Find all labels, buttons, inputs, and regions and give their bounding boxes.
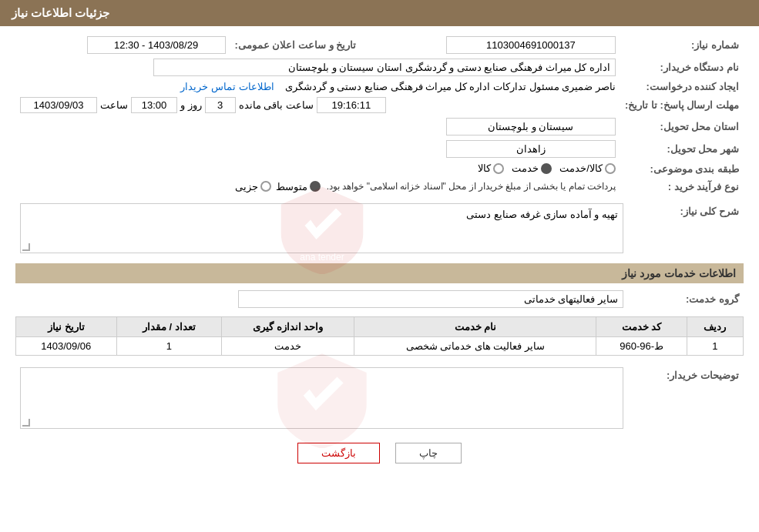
nam-dastgah-value: اداره کل میراث فرهنگی صنایع دستی و گردشگ… xyxy=(15,56,620,79)
tabaghebandi-kala-khedmat-label: کالا/خدمت xyxy=(559,162,603,174)
ijad-konande-label: ایجاد کننده درخواست: xyxy=(620,79,744,95)
mohlat-datetime-row: 19:16:11 ساعت باقی مانده 3 روز و 13:00 س… xyxy=(20,97,616,113)
services-table: ردیف کد خدمت نام خدمت واحد اندازه گیری ت… xyxy=(15,316,744,356)
tabaghebandi-kala-khedmat-item[interactable]: کالا/خدمت xyxy=(559,162,616,174)
tarikh-value: 1403/08/29 - 12:30 xyxy=(15,34,230,56)
ostan-label: استان محل تحویل: xyxy=(620,115,744,138)
cell-unit: خدمت xyxy=(222,336,354,355)
tozihat-watermark-icon xyxy=(245,348,399,448)
tabaghebandi-label: طبقه بندی موضوعی: xyxy=(620,160,744,179)
noe-farayand-motavasset-radio[interactable] xyxy=(310,181,321,192)
cell-radif: 1 xyxy=(687,336,743,355)
ijad-konande-row: ایجاد کننده درخواست: ناصر ضمیری مسئول تد… xyxy=(15,79,744,95)
mohlat-label: مهلت ارسال پاسخ: تا تاریخ: xyxy=(620,95,744,115)
ijad-konande-link[interactable]: اطلاعات تماس خریدار xyxy=(180,81,274,92)
ostan-box: سیستان و بلوچستان xyxy=(446,118,616,136)
shomara-niaz-box: 1103004691000137 xyxy=(446,36,616,54)
ijad-konande-value: ناصر ضمیری مسئول تدارکات اداره کل میراث … xyxy=(15,79,620,95)
svg-text:ana tender: ana tender xyxy=(300,252,344,263)
mohlat-baqi-label: ساعت باقی مانده xyxy=(239,99,314,111)
tabaghebandi-value: کالا/خدمت خدمت کالا xyxy=(15,160,620,179)
noe-farayand-value: متوسط جزیی پرداخت تمام یا بخشی از مبلغ خ… xyxy=(15,179,620,195)
mohlat-date-box: 1403/09/03 xyxy=(20,97,97,113)
ostan-row: استان محل تحویل: سیستان و بلوچستان xyxy=(15,115,744,138)
page-wrapper: جزئیات اطلاعات نیاز شماره نیاز: 11030046… xyxy=(0,0,759,532)
noe-farayand-motavasset-label: متوسط xyxy=(276,181,307,192)
tabaghebandi-kala-radio[interactable] xyxy=(493,163,504,174)
table-row: 1ط-96-960سایر فعالیت های خدماتی شخصیخدمت… xyxy=(16,336,744,355)
tarikh-label: تاریخ و ساعت اعلان عمومی: xyxy=(230,34,361,56)
grooh-label: گروه خدمت: xyxy=(628,288,744,310)
shahr-box: زاهدان xyxy=(446,140,616,158)
col-name: نام خدمت xyxy=(354,316,596,336)
mohlat-roz-label: روز و xyxy=(180,99,202,111)
tabaghebandi-row: طبقه بندی موضوعی: کالا/خدمت خدمت xyxy=(15,160,744,179)
services-table-body: 1ط-96-960سایر فعالیت های خدماتی شخصیخدمت… xyxy=(16,336,744,355)
back-button[interactable]: بازگشت xyxy=(297,443,380,463)
ijad-konande-text: ناصر ضمیری مسئول تدارکات اداره کل میراث … xyxy=(285,81,616,92)
tabaghebandi-kala-khedmat-radio[interactable] xyxy=(605,163,616,174)
tozihat-resize-handle[interactable] xyxy=(22,419,30,427)
services-header-row: ردیف کد خدمت نام خدمت واحد اندازه گیری ت… xyxy=(16,316,744,336)
tabaghebandi-kala-item[interactable]: کالا xyxy=(478,162,504,174)
sharh-row: شرح کلی نیاز: ana tender تهیه و آماده سا… xyxy=(15,201,744,256)
noe-farayand-jozei-label: جزیی xyxy=(235,181,258,192)
sharh-resize-handle[interactable] xyxy=(22,243,30,251)
noe-farayand-jozei-radio[interactable] xyxy=(260,181,271,192)
mohlat-saat-box: 13:00 xyxy=(131,97,177,113)
ostan-value: سیستان و بلوچستان xyxy=(15,115,620,138)
shahr-value: زاهدان xyxy=(15,138,620,160)
col-date: تاریخ نیاز xyxy=(16,316,117,336)
mohlat-roz-box: 3 xyxy=(205,97,236,113)
main-content: شماره نیاز: 1103004691000137 تاریخ و ساع… xyxy=(0,26,759,483)
grooh-table: گروه خدمت: سایر فعالیتهای خدماتی xyxy=(15,288,744,310)
page-header: جزئیات اطلاعات نیاز xyxy=(0,0,759,26)
col-radif: ردیف xyxy=(687,316,743,336)
tabaghebandi-radio-group: کالا/خدمت خدمت کالا xyxy=(478,162,616,174)
noe-farayand-motavasset-item[interactable]: متوسط xyxy=(276,181,321,192)
sharh-box: ana tender تهیه و آماده سازی غرفه صنایع … xyxy=(20,203,623,253)
cell-name: سایر فعالیت های خدماتی شخصی xyxy=(354,336,596,355)
khadamat-section-title: اطلاعات خدمات مورد نیاز xyxy=(15,263,744,283)
tabaghebandi-khedmat-radio[interactable] xyxy=(541,163,552,174)
shomara-niaz-row: شماره نیاز: 1103004691000137 تاریخ و ساع… xyxy=(15,34,744,56)
services-table-head: ردیف کد خدمت نام خدمت واحد اندازه گیری ت… xyxy=(16,316,744,336)
tarikh-box: 1403/08/29 - 12:30 xyxy=(87,36,226,54)
page-title: جزئیات اطلاعات نیاز xyxy=(12,6,109,19)
grooh-box: سایر فعالیتهای خدماتی xyxy=(238,290,623,308)
tabaghebandi-kala-label: کالا xyxy=(478,162,491,174)
noe-farayand-container: متوسط جزیی پرداخت تمام یا بخشی از مبلغ خ… xyxy=(20,181,616,192)
info-table: شماره نیاز: 1103004691000137 تاریخ و ساع… xyxy=(15,34,744,195)
grooh-value-cell: سایر فعالیتهای خدماتی xyxy=(15,288,628,310)
sharh-label: شرح کلی نیاز: xyxy=(628,201,744,256)
cell-code: ط-96-960 xyxy=(596,336,687,355)
tozihat-table: توضیحات خریدار: xyxy=(15,365,744,431)
noe-farayand-label: نوع فرآیند خرید : xyxy=(620,179,744,195)
tozihat-box xyxy=(20,367,623,429)
noe-farayand-desc: پرداخت تمام یا بخشی از مبلغ خریدار از مح… xyxy=(327,181,616,192)
noe-farayand-jozei-item[interactable]: جزیی xyxy=(235,181,271,192)
noe-farayand-row: نوع فرآیند خرید : متوسط جزیی xyxy=(15,179,744,195)
cell-count: 1 xyxy=(116,336,222,355)
col-unit: واحد اندازه گیری xyxy=(222,316,354,336)
col-count: تعداد / مقدار xyxy=(116,316,222,336)
mohlat-value: 19:16:11 ساعت باقی مانده 3 روز و 13:00 س… xyxy=(15,95,620,115)
sharh-text: تهیه و آماده سازی غرفه صنایع دستی xyxy=(466,209,618,220)
shomara-niaz-value: 1103004691000137 xyxy=(361,34,620,56)
print-button[interactable]: چاپ xyxy=(395,443,462,463)
tabaghebandi-khedmat-label: خدمت xyxy=(512,162,539,174)
mohlat-baqi-box: 19:16:11 xyxy=(317,97,386,113)
nam-dastgah-label: نام دستگاه خریدار: xyxy=(620,56,744,79)
sharh-value-cell: ana tender تهیه و آماده سازی غرفه صنایع … xyxy=(15,201,628,256)
sharh-table: شرح کلی نیاز: ana tender تهیه و آماده سا… xyxy=(15,201,744,256)
bottom-buttons: چاپ بازگشت xyxy=(15,443,744,463)
shomara-niaz-label: شماره نیاز: xyxy=(620,34,744,56)
tozihat-value-cell xyxy=(15,365,628,431)
col-code: کد خدمت xyxy=(596,316,687,336)
shahr-row: شهر محل تحویل: زاهدان xyxy=(15,138,744,160)
grooh-row: گروه خدمت: سایر فعالیتهای خدماتی xyxy=(15,288,744,310)
mohlat-saat-label: ساعت xyxy=(100,99,128,111)
nam-dastgah-box: اداره کل میراث فرهنگی صنایع دستی و گردشگ… xyxy=(153,59,616,76)
tabaghebandi-khedmat-item[interactable]: خدمت xyxy=(512,162,552,174)
tozihat-label: توضیحات خریدار: xyxy=(628,365,744,431)
